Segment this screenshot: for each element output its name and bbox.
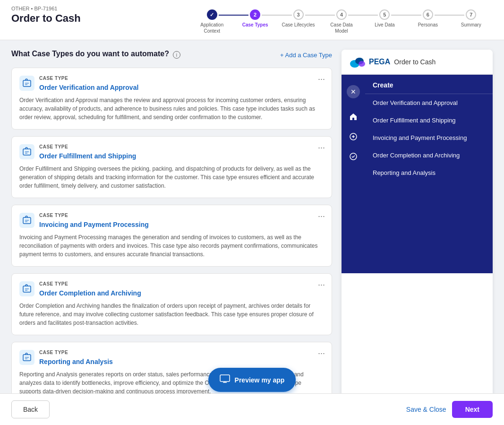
dropdown-item-2[interactable]: Order Fulfillment and Shipping	[365, 112, 493, 129]
dropdown-item-5[interactable]: Reporting and Analysis	[365, 164, 493, 182]
svg-point-7	[359, 61, 365, 67]
stepper-step-5[interactable]: 5Live Data	[363, 9, 406, 28]
case-menu-button-3[interactable]: ···	[318, 212, 325, 220]
stepper-step-7[interactable]: 7Summary	[450, 9, 493, 28]
pega-logo: PEGA	[349, 55, 390, 69]
case-header-row: CASE TYPE Order Completion and Archiving	[19, 281, 324, 300]
preview-content-area: Create Order Verification and ApprovalOr…	[365, 75, 493, 273]
preview-panel: PEGA Order to Cash ✕	[342, 50, 493, 410]
dropdown-item-4[interactable]: Order Completion and Archiving	[365, 147, 493, 164]
dropdown-overlay: Create Order Verification and ApprovalOr…	[365, 75, 493, 273]
step-circle-2: 2	[250, 9, 260, 20]
step-label-5: Live Data	[375, 22, 394, 28]
case-label-2: CASE TYPE	[39, 144, 136, 149]
bottom-bar: Back Save & Close Next	[0, 393, 504, 420]
stepper-step-2[interactable]: 2Case Types	[233, 9, 276, 28]
case-desc-1: Order Verification and Approval manages …	[19, 96, 324, 121]
step-circle-7: 7	[466, 9, 476, 20]
step-circle-3: 3	[293, 9, 304, 20]
dropdown-item-3[interactable]: Invoicing and Payment Processing	[365, 129, 493, 147]
case-label-1: CASE TYPE	[39, 76, 138, 81]
main-layout: What Case Types do you want to automate?…	[0, 40, 504, 420]
stepper-step-6[interactable]: 6Personas	[406, 9, 449, 28]
case-type-list: ··· CASE TYPE Order Verification and App…	[11, 68, 332, 404]
case-menu-button-5[interactable]: ···	[318, 349, 325, 357]
sidebar-home-icon[interactable]	[347, 111, 359, 123]
case-name-2[interactable]: Order Fulfillment and Shipping	[39, 152, 136, 160]
case-type-icon-4	[19, 281, 34, 296]
create-dropdown-menu: Create Order Verification and ApprovalOr…	[365, 75, 493, 273]
case-card-2: ··· CASE TYPE Order Fulfillment and Ship…	[11, 136, 332, 198]
case-type-icon-5	[19, 350, 34, 365]
case-label-4: CASE TYPE	[39, 281, 141, 286]
next-button[interactable]: Next	[452, 401, 493, 418]
breadcrumb: OTHER • BP-71961	[11, 6, 81, 11]
step-label-3: Case Lifecycles	[282, 22, 315, 28]
case-card-1: ··· CASE TYPE Order Verification and App…	[11, 68, 332, 130]
left-panel: What Case Types do you want to automate?…	[11, 50, 342, 410]
case-header-row: CASE TYPE Invoicing and Payment Processi…	[19, 213, 324, 231]
case-card-3: ··· CASE TYPE Invoicing and Payment Proc…	[11, 205, 332, 267]
preview-fab-icon	[220, 374, 230, 385]
case-name-1[interactable]: Order Verification and Approval	[39, 84, 138, 91]
step-label-1: Application Context	[200, 22, 223, 34]
step-circle-4: 4	[336, 9, 347, 20]
case-desc-4: Order Completion and Archiving handles t…	[19, 302, 324, 327]
preview-header: PEGA Order to Cash	[342, 50, 493, 75]
add-case-type-button[interactable]: + Add a Case Type	[280, 52, 332, 59]
stepper-step-1[interactable]: ✓Application Context	[190, 9, 233, 34]
step-label-4: Case Data Model	[330, 22, 352, 34]
case-header-row: CASE TYPE Order Verification and Approva…	[19, 76, 324, 94]
case-desc-2: Order Fulfillment and Shipping oversees …	[19, 165, 324, 190]
preview-my-app-button[interactable]: Preview my app	[208, 368, 296, 392]
step-circle-5: 5	[379, 9, 390, 20]
stepper: ✓Application Context2Case Types3Case Lif…	[190, 6, 493, 40]
step-label-2: Case Types	[242, 22, 268, 28]
case-card-4: ··· CASE TYPE Order Completion and Archi…	[11, 273, 332, 335]
info-icon[interactable]: i	[173, 51, 180, 59]
page-title: Order to Cash	[11, 12, 81, 25]
pega-brand-text: PEGA	[369, 58, 390, 66]
preview-fab-label: Preview my app	[235, 376, 285, 384]
preview-body: ✕ Create Order Verification and Approv	[342, 75, 493, 273]
stepper-step-3[interactable]: 3Case Lifecycles	[277, 9, 320, 28]
case-label-3: CASE TYPE	[39, 213, 149, 218]
stepper-step-4[interactable]: 4Case Data Model	[320, 9, 363, 34]
dropdown-items-list: Order Verification and ApprovalOrder Ful…	[365, 94, 493, 182]
case-menu-button-2[interactable]: ···	[318, 143, 325, 152]
step-label-6: Personas	[418, 22, 438, 28]
case-header-row: CASE TYPE Order Fulfillment and Shipping	[19, 144, 324, 163]
case-header-row: CASE TYPE Reporting and Analysis	[19, 350, 324, 368]
case-type-icon-2	[19, 144, 34, 159]
sidebar-cases-icon[interactable]	[347, 130, 359, 143]
case-desc-3: Invoicing and Payment Processing manages…	[19, 233, 324, 259]
pega-bird-icon	[349, 55, 366, 69]
section-header: What Case Types do you want to automate?…	[11, 50, 332, 60]
case-type-icon-1	[19, 76, 34, 91]
step-label-7: Summary	[461, 22, 481, 28]
case-menu-button-4[interactable]: ···	[318, 280, 325, 289]
svg-rect-10	[220, 375, 230, 382]
page-header: OTHER • BP-71961 Order to Cash ✓Applicat…	[0, 0, 504, 40]
back-button[interactable]: Back	[11, 400, 50, 418]
sidebar-tasks-icon[interactable]	[347, 150, 359, 163]
case-name-5[interactable]: Reporting and Analysis	[39, 358, 113, 365]
case-name-4[interactable]: Order Completion and Archiving	[39, 289, 141, 297]
step-circle-1: ✓	[207, 9, 217, 20]
save-close-button[interactable]: Save & Close	[406, 406, 446, 413]
section-title: What Case Types do you want to automate?	[11, 50, 169, 58]
dropdown-header: Create	[365, 75, 493, 94]
right-actions: Save & Close Next	[406, 401, 493, 418]
case-type-icon-3	[19, 213, 34, 228]
preview-sidebar: ✕	[342, 75, 365, 273]
dropdown-item-1[interactable]: Order Verification and Approval	[365, 94, 493, 112]
preview-close-button[interactable]: ✕	[347, 85, 360, 98]
case-name-3[interactable]: Invoicing and Payment Processing	[39, 221, 149, 228]
case-menu-button-1[interactable]: ···	[318, 75, 325, 83]
case-label-5: CASE TYPE	[39, 350, 113, 355]
step-circle-6: 6	[423, 9, 433, 20]
preview-app-title-text: Order to Cash	[394, 58, 436, 66]
